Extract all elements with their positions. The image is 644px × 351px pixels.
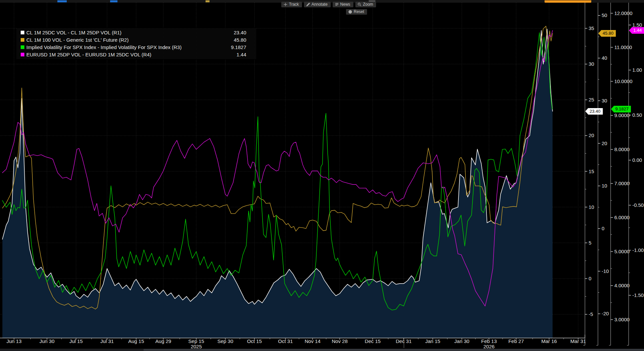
y-tick-label: 9.0000 [614, 112, 630, 118]
y-tick-label: 0.50 [632, 112, 642, 118]
y-tick-label: 30 [589, 61, 594, 67]
y-tick-label: 50 [602, 12, 607, 18]
legend-swatch [21, 45, 24, 49]
y-tick-label: 8.0000 [614, 146, 630, 152]
y-tick-label: -10 [602, 268, 609, 274]
last-value-badge-R4: 1.44 [629, 27, 644, 34]
track-button[interactable]: Track [281, 2, 302, 7]
x-tick-label: Mar 16 [541, 338, 557, 344]
annotate-button[interactable]: Annotate [304, 2, 331, 7]
y-tick-label: 20 [589, 132, 594, 138]
legend-value: 23.40 [234, 30, 256, 35]
news-lines-icon [335, 3, 339, 6]
legend-swatch [21, 31, 24, 34]
legend-row-2[interactable]: CL 1M 100 VOL - Generic 1st 'CL' Future … [16, 36, 256, 43]
x-tick-label: Oct 31 [278, 338, 293, 344]
y-tick-label: 10.0000 [614, 78, 632, 84]
button-label: Zoom [363, 2, 373, 7]
y-tick-label: 1.00 [632, 67, 642, 73]
zoom-button[interactable]: Zoom [355, 2, 376, 7]
button-label: Annotate [312, 2, 328, 7]
y-tick-label: 11.0000 [614, 44, 632, 50]
last-value-badge-R1: 23.40 [585, 108, 603, 115]
y-tick-label: 0.00 [632, 157, 642, 163]
y-tick-label: 10 [602, 183, 607, 189]
y-tick-label: 25 [589, 97, 594, 102]
chart-toolbar-row2: Reset [346, 9, 367, 15]
y-tick-label: 6.0000 [614, 215, 630, 220]
y-tick-label: 15 [589, 168, 594, 174]
reset-button[interactable]: Reset [346, 9, 367, 15]
legend-row-3[interactable]: Implied Volatility For SPX Index - Impli… [16, 43, 256, 51]
x-tick-label: Nov 14 [305, 338, 321, 344]
x-tick-label: Jan 15 [425, 338, 440, 344]
bloomberg-chart-window: Jun 13Jun 30Jul 15Jul 31Aug 15Aug 29Sep … [0, 0, 644, 351]
button-label: Track [289, 2, 299, 7]
news-button[interactable]: News [333, 2, 353, 7]
y-tick-label: 1.50 [632, 22, 642, 28]
legend-label: EURUSD 1M 25DP VOL - EURUSD 1M 25DC VOL … [26, 52, 151, 57]
y-tick-label: 5 [589, 240, 591, 246]
x-tick-label: Jan 30 [454, 338, 469, 344]
legend-swatch [21, 53, 24, 56]
y-tick-label: 3.0000 [614, 317, 630, 322]
y-tick-label: 35 [589, 25, 594, 31]
x-tick-label: Jul 15 [69, 338, 83, 344]
y-tick-label: 7.0000 [614, 181, 630, 186]
y-tick-label: -1.00 [632, 247, 644, 253]
legend-label: Implied Volatility For SPX Index - Impli… [26, 44, 182, 50]
y-tick-label: 40 [602, 55, 607, 61]
x-tick-label: Jun 30 [39, 338, 54, 344]
y-tick-label: 0 [589, 276, 591, 281]
x-tick-label: Dec 15 [365, 338, 381, 344]
legend-label: CL 1M 100 VOL - Generic 1st 'CL' Future … [26, 37, 128, 43]
y-tick-label: -20 [602, 311, 609, 316]
legend-value: 45.80 [234, 37, 256, 43]
legend-value: 1.44 [237, 52, 256, 57]
x-tick-label: Mar 31 [570, 338, 586, 344]
x-tick-label: Nov 28 [332, 338, 348, 344]
x-tick-label: Feb 27 [508, 338, 524, 344]
y-tick-label: -1.50 [632, 292, 644, 298]
chart-toolbar: TrackAnnotateNewsZoom [281, 2, 376, 7]
last-value-badge-R2: 45.80 [598, 30, 616, 37]
legend-panel: CL 1M 25DC VOL - CL 1M 25DP VOL (R1)23.4… [16, 28, 256, 59]
year-divider-line [404, 338, 404, 348]
horizontal-scrollbar-handle[interactable] [143, 349, 644, 351]
legend-row-1[interactable]: CL 1M 25DC VOL - CL 1M 25DP VOL (R1)23.4… [16, 29, 256, 36]
x-tick-label: Feb 13 [481, 338, 497, 344]
x-tick-label: Sep 15 [188, 338, 204, 344]
x-tick-label: Jun 13 [6, 338, 21, 344]
legend-value: 9.1827 [231, 44, 256, 50]
legend-swatch [21, 38, 24, 42]
x-tick-label: Jul 31 [100, 338, 114, 344]
crosshair-icon [284, 3, 287, 6]
y-tick-label: 10 [589, 204, 594, 210]
y-tick-label: 5.0000 [614, 249, 630, 254]
pencil-icon [306, 3, 310, 6]
last-value-badge-R3: 9.1827 [611, 106, 631, 112]
y-tick-label: 30 [602, 98, 607, 103]
y-tick-label: -5 [589, 311, 593, 317]
x-tick-label: Oct 15 [247, 338, 262, 344]
button-label: Reset [354, 9, 364, 14]
button-label: News [340, 2, 350, 7]
y-tick-label: 12.0000 [614, 10, 632, 16]
x-tick-label: Aug 29 [155, 338, 172, 344]
y-tick-label: 0 [602, 226, 604, 231]
y-tick-label: 20 [602, 140, 607, 146]
magnifier-icon [358, 3, 361, 6]
legend-label: CL 1M 25DC VOL - CL 1M 25DP VOL (R1) [26, 30, 121, 35]
y-tick-label: 4.0000 [614, 283, 630, 288]
x-tick-label: Sep 30 [218, 338, 234, 344]
reset-circle-icon [348, 10, 352, 14]
x-tick-label: Aug 15 [128, 338, 144, 344]
y-tick-label: -0.50 [632, 202, 644, 208]
legend-row-4[interactable]: EURUSD 1M 25DP VOL - EURUSD 1M 25DC VOL … [16, 51, 256, 58]
